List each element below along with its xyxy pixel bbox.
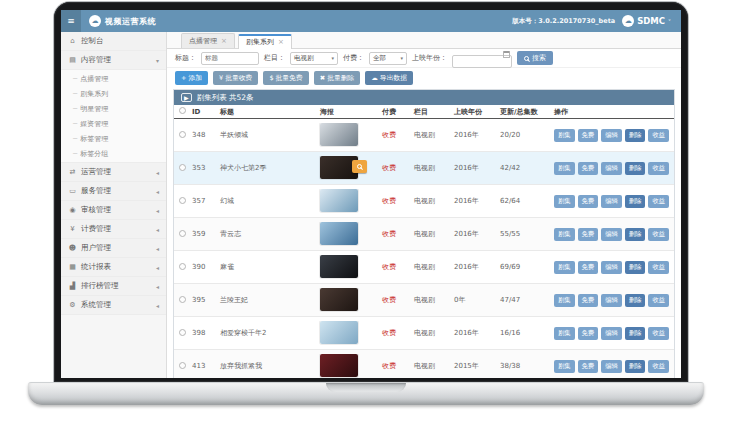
pay-filter-select[interactable]: 全部 ▾: [369, 52, 407, 65]
sidebar-subitem-5[interactable]: ─标签分组: [61, 146, 166, 161]
row-checkbox[interactable]: [179, 197, 186, 204]
sidebar-item-service[interactable]: ▭服务管理◂: [61, 182, 166, 201]
sidebar-subitem-3[interactable]: ─媒资管理: [61, 116, 166, 131]
row-checkbox[interactable]: [179, 263, 186, 270]
table-row[interactable]: 398相爱穿梭千年2收费电视剧2016年16/16剧集免费编辑删除收益: [174, 317, 674, 350]
row-episodes-button[interactable]: 剧集: [554, 261, 575, 274]
row-free-button[interactable]: 免费: [578, 195, 599, 208]
row-episodes-button[interactable]: 剧集: [554, 294, 575, 307]
poster-thumbnail[interactable]: [320, 354, 358, 377]
poster-thumbnail[interactable]: [320, 189, 358, 212]
row-delete-button[interactable]: 删除: [625, 294, 646, 307]
export-data-button[interactable]: ☁导出数据: [365, 71, 413, 85]
row-delete-button[interactable]: 删除: [625, 228, 646, 241]
row-free-button[interactable]: 免费: [578, 294, 599, 307]
row-episodes-button[interactable]: 剧集: [554, 228, 575, 241]
row-free-button[interactable]: 免费: [578, 228, 599, 241]
poster-thumbnail[interactable]: [320, 255, 358, 278]
table-row[interactable]: 395兰陵王妃收费电视剧0年47/47剧集免费编辑删除收益: [174, 284, 674, 317]
table-row[interactable]: 413放弃我抓紧我收费电视剧2015年38/38剧集免费编辑删除收益: [174, 350, 674, 378]
row-checkbox[interactable]: [179, 164, 186, 171]
sidebar-item-ranking[interactable]: ▟排行榜管理◂: [61, 277, 166, 296]
sidebar-item-content[interactable]: ▤内容管理▾: [61, 51, 166, 70]
zoom-poster-button[interactable]: [352, 160, 367, 173]
row-delete-button[interactable]: 删除: [625, 195, 646, 208]
chevron-down-icon: ˅: [668, 18, 671, 25]
row-revenue-button[interactable]: 收益: [648, 327, 669, 340]
row-revenue-button[interactable]: 收益: [648, 129, 669, 142]
row-edit-button[interactable]: 编辑: [601, 327, 622, 340]
row-checkbox[interactable]: [179, 296, 186, 303]
poster-thumbnail[interactable]: [320, 321, 358, 344]
row-episodes-button[interactable]: 剧集: [554, 129, 575, 142]
row-free-button[interactable]: 免费: [578, 162, 599, 175]
sidebar-item-audit[interactable]: ◉审核管理◂: [61, 201, 166, 220]
batch-charge-button[interactable]: ¥批量收费: [213, 71, 258, 85]
row-free-button[interactable]: 免费: [578, 261, 599, 274]
row-free-button[interactable]: 免费: [578, 360, 599, 373]
poster-thumbnail[interactable]: [320, 288, 358, 311]
sidebar-item-report[interactable]: ▦统计报表◂: [61, 258, 166, 277]
row-delete-button[interactable]: 删除: [625, 360, 646, 373]
table-row[interactable]: 348半妖倾城收费电视剧2016年20/20剧集免费编辑删除收益: [174, 119, 674, 152]
row-revenue-button[interactable]: 收益: [648, 294, 669, 307]
sidebar-subitem-0[interactable]: ─点播管理: [61, 71, 166, 86]
table-row[interactable]: 357幻城收费电视剧2016年62/64剧集免费编辑删除收益: [174, 185, 674, 218]
row-episodes-button[interactable]: 剧集: [554, 195, 575, 208]
row-delete-button[interactable]: 删除: [625, 327, 646, 340]
sidebar-subitem-2[interactable]: ─明星管理: [61, 101, 166, 116]
column-filter-select[interactable]: 电视剧 ▾: [290, 52, 338, 65]
sidebar-subitem-1[interactable]: ─剧集系列: [61, 86, 166, 101]
row-delete-button[interactable]: 删除: [625, 261, 646, 274]
hamburger-menu-icon[interactable]: ≡: [61, 10, 81, 32]
row-checkbox[interactable]: [179, 329, 186, 336]
table-row[interactable]: 390麻雀收费电视剧2016年69/69剧集免费编辑删除收益: [174, 251, 674, 284]
row-episodes-button[interactable]: 剧集: [554, 162, 575, 175]
tab-0[interactable]: 点播管理×: [181, 33, 235, 48]
row-revenue-button[interactable]: 收益: [648, 162, 669, 175]
batch-free-button[interactable]: $批量免费: [263, 71, 308, 85]
row-edit-button[interactable]: 编辑: [601, 195, 622, 208]
row-revenue-button[interactable]: 收益: [648, 195, 669, 208]
row-edit-button[interactable]: 编辑: [601, 129, 622, 142]
sidebar-item-users[interactable]: ☻用户管理◂: [61, 239, 166, 258]
poster-thumbnail[interactable]: [320, 156, 358, 179]
row-edit-button[interactable]: 编辑: [601, 360, 622, 373]
tab-1[interactable]: 剧集系列×: [238, 34, 292, 49]
sidebar-item-system[interactable]: ⚙系统管理◂: [61, 296, 166, 315]
row-episodes-button[interactable]: 剧集: [554, 327, 575, 340]
row-edit-button[interactable]: 编辑: [601, 162, 622, 175]
select-all-checkbox[interactable]: [179, 107, 186, 114]
sidebar-item-billing[interactable]: ¥计费管理◂: [61, 220, 166, 239]
row-edit-button[interactable]: 编辑: [601, 261, 622, 274]
title-filter-input[interactable]: [201, 52, 259, 65]
add-button[interactable]: +添加: [175, 71, 208, 85]
row-free-button[interactable]: 免费: [578, 129, 599, 142]
row-checkbox[interactable]: [179, 131, 186, 138]
poster-thumbnail[interactable]: [320, 123, 358, 146]
chevron-down-icon: ▾: [400, 55, 403, 61]
row-revenue-button[interactable]: 收益: [648, 360, 669, 373]
row-delete-button[interactable]: 删除: [625, 129, 646, 142]
row-free-button[interactable]: 免费: [578, 327, 599, 340]
close-icon[interactable]: ×: [278, 38, 284, 46]
table-row[interactable]: 353神犬小七第2季收费电视剧2016年42/42剧集免费编辑删除收益: [174, 152, 674, 185]
user-menu[interactable]: ☁ SDMC ˅: [622, 15, 671, 27]
row-year: 2016年: [452, 328, 498, 338]
poster-thumbnail[interactable]: [320, 222, 358, 245]
close-icon[interactable]: ×: [221, 37, 227, 45]
row-checkbox[interactable]: [179, 230, 186, 237]
table-row[interactable]: 359青云志收费电视剧2016年55/55剧集免费编辑删除收益: [174, 218, 674, 251]
row-edit-button[interactable]: 编辑: [601, 228, 622, 241]
row-revenue-button[interactable]: 收益: [648, 228, 669, 241]
row-episodes-button[interactable]: 剧集: [554, 360, 575, 373]
row-edit-button[interactable]: 编辑: [601, 294, 622, 307]
row-checkbox[interactable]: [179, 362, 186, 369]
row-delete-button[interactable]: 删除: [625, 162, 646, 175]
sidebar-item-operations[interactable]: ⇄运营管理◂: [61, 163, 166, 182]
search-button[interactable]: 搜索: [517, 51, 553, 65]
row-revenue-button[interactable]: 收益: [648, 261, 669, 274]
sidebar-subitem-4[interactable]: ─标签管理: [61, 131, 166, 146]
batch-delete-button[interactable]: ✖批量删除: [314, 71, 361, 85]
sidebar-item-dashboard[interactable]: ⌂控制台: [61, 32, 166, 51]
